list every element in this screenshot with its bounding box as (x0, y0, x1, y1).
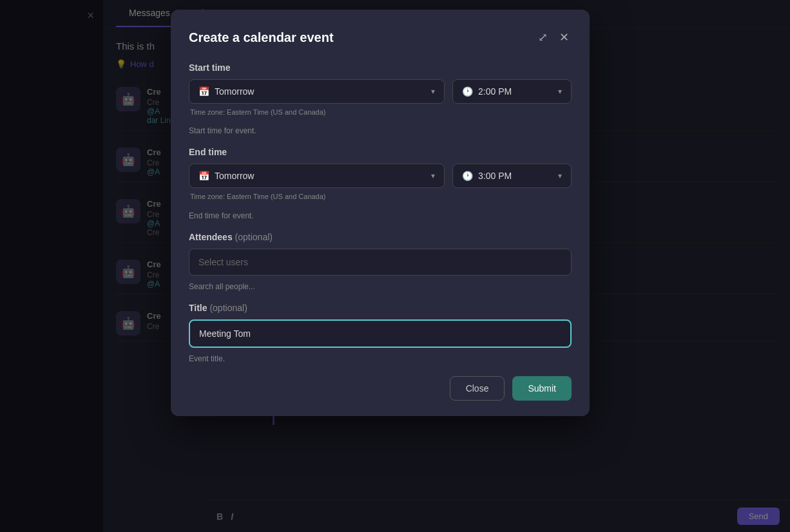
start-time-row: 📅 Tomorrow ▾ 🕐 2:00 PM ▾ (189, 79, 572, 104)
modal-close-button[interactable]: ✕ (557, 28, 572, 47)
chevron-down-icon: ▾ (558, 87, 562, 96)
start-time-value: 2:00 PM (478, 86, 553, 97)
attendees-input[interactable] (189, 249, 572, 276)
attendees-label: Attendees (optional) (189, 232, 572, 242)
end-timezone-text: Time zone: Eastern Time (US and Canada) (189, 192, 572, 202)
end-time-section: End time 📅 Tomorrow ▾ 🕐 3:00 PM ▾ Time z… (189, 147, 572, 220)
title-label: Title (optional) (189, 303, 572, 313)
attendees-section: Attendees (optional) Search all people..… (189, 232, 572, 291)
title-helper-text: Event title. (189, 354, 572, 363)
chevron-down-icon: ▾ (431, 171, 435, 180)
clock-icon: 🕐 (462, 171, 473, 181)
chevron-down-icon: ▾ (558, 171, 562, 180)
end-date-value: Tomorrow (215, 171, 426, 181)
title-input[interactable] (189, 319, 572, 348)
end-time-label: End time (189, 147, 572, 157)
expand-button[interactable]: ⤢ (535, 28, 550, 47)
end-time-value: 3:00 PM (478, 171, 553, 181)
create-calendar-event-modal: Create a calendar event ⤢ ✕ Start time 📅… (171, 10, 590, 416)
start-date-dropdown[interactable]: 📅 Tomorrow ▾ (189, 79, 445, 104)
start-timezone-text: Time zone: Eastern Time (US and Canada) (189, 108, 572, 117)
attendees-helper-text: Search all people... (189, 282, 572, 291)
end-date-dropdown[interactable]: 📅 Tomorrow ▾ (189, 164, 445, 188)
start-date-value: Tomorrow (215, 86, 426, 97)
modal-header: Create a calendar event ⤢ ✕ (189, 28, 572, 47)
calendar-icon: 📅 (198, 171, 209, 181)
start-time-dropdown[interactable]: 🕐 2:00 PM ▾ (452, 79, 572, 104)
close-button[interactable]: Close (450, 376, 505, 401)
chevron-down-icon: ▾ (431, 87, 435, 96)
modal-actions: ⤢ ✕ (535, 28, 572, 47)
start-time-section: Start time 📅 Tomorrow ▾ 🕐 2:00 PM ▾ Time… (189, 62, 572, 135)
end-time-dropdown[interactable]: 🕐 3:00 PM ▾ (452, 164, 572, 188)
calendar-icon: 📅 (198, 86, 209, 97)
submit-button[interactable]: Submit (512, 376, 572, 401)
end-time-row: 📅 Tomorrow ▾ 🕐 3:00 PM ▾ (189, 164, 572, 188)
modal-title: Create a calendar event (189, 30, 334, 45)
start-helper-text: Start time for event. (189, 126, 572, 135)
title-section: Title (optional) Event title. (189, 303, 572, 363)
end-helper-text: End time for event. (189, 211, 572, 220)
start-time-label: Start time (189, 62, 572, 73)
modal-footer: Close Submit (189, 376, 572, 401)
clock-icon: 🕐 (462, 86, 473, 97)
